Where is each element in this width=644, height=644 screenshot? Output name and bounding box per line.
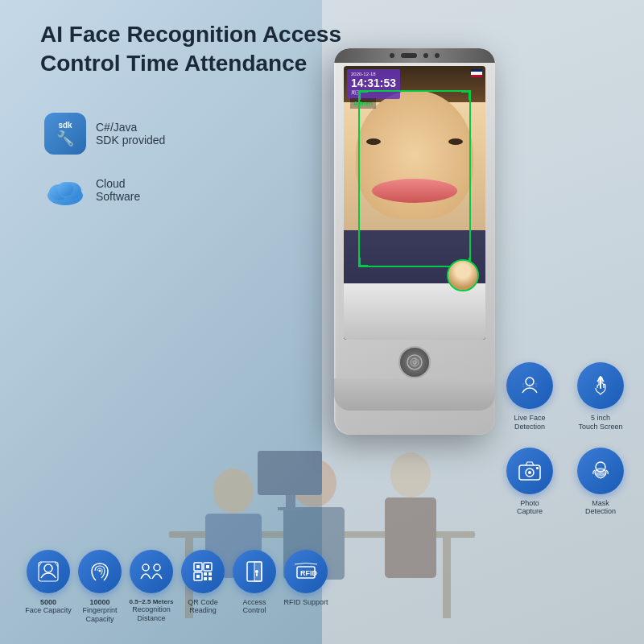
title-line1: AI Face Recognition Access <box>40 20 341 49</box>
svg-rect-29 <box>196 575 200 578</box>
device-body: 2020-12-18 14:31:53 周三 Aileen <box>334 48 495 435</box>
corner-bl <box>358 258 368 267</box>
screen-time: 14:31:53 <box>351 76 396 89</box>
photo-capture-label: Photo Capture <box>517 499 543 517</box>
sdk-line1: C#/Java <box>96 121 165 134</box>
wrench-icon: 🔧 <box>56 130 74 147</box>
svg-point-45 <box>528 471 531 474</box>
cloud-description: Cloud Software <box>96 177 140 203</box>
features-right-grid: Live Face Detection 5 inch Touch Screen <box>506 362 624 516</box>
face-recognition-device: 2020-12-18 14:31:53 周三 Aileen <box>334 48 495 435</box>
sensor-right <box>423 53 428 58</box>
mask-detection-text1: Mask <box>585 499 616 508</box>
distance-label: 0.5~2.5 Meters Recognition Distance <box>127 598 175 623</box>
distance-text: Recognition Distance <box>127 605 175 623</box>
sdk-line2: SDK provided <box>96 134 165 147</box>
svg-point-18 <box>413 361 416 364</box>
photo-capture-text2: Capture <box>517 507 543 516</box>
feature-fingerprint: 10000 Fingerprint Capacity <box>76 550 124 624</box>
qr-icon <box>181 550 225 593</box>
feature-face-capacity: 5000 Face Capacity <box>24 550 72 624</box>
svg-point-40 <box>526 378 534 386</box>
face-capacity-label: 5000 Face Capacity <box>25 598 72 616</box>
photo-capture-text1: Photo <box>517 499 543 508</box>
fingerprint-icon <box>78 550 122 593</box>
distance-icon <box>130 550 173 593</box>
svg-rect-37 <box>256 573 258 576</box>
rfid-label: RFID Support <box>283 598 328 607</box>
feature-live-face: Live Face Detection <box>506 362 553 431</box>
face-capacity-number: 5000 <box>25 598 72 607</box>
device-top-bar <box>334 48 495 63</box>
title-line2: Control Time Attendance <box>40 49 341 78</box>
sdk-section: sdk 🔧 C#/Java SDK provided <box>44 113 165 155</box>
live-face-icon <box>506 362 553 409</box>
touch-screen-label: 5 inch Touch Screen <box>578 414 622 431</box>
photo-capture-icon <box>506 448 553 494</box>
sdk-badge-text: sdk <box>58 121 72 130</box>
rfid-text: RFID Support <box>283 598 328 607</box>
mask-detection-label: Mask Detection <box>585 499 616 517</box>
screen-inner: 2020-12-18 14:31:53 周三 Aileen <box>344 66 485 340</box>
touch-screen-icon <box>577 362 624 409</box>
live-face-label: Live Face Detection <box>514 414 545 431</box>
fingerprint-text: Fingerprint Capacity <box>76 606 124 624</box>
device-screen: 2020-12-18 14:31:53 周三 Aileen <box>344 66 485 340</box>
feature-photo-capture: Photo Capture <box>506 448 553 517</box>
profile-thumbnail <box>447 259 479 291</box>
feature-mask-detection: Mask Detection <box>577 448 624 517</box>
svg-point-21 <box>99 569 101 572</box>
sensor-center <box>401 53 417 58</box>
page-title: AI Face Recognition Access Control Time … <box>40 20 341 79</box>
access-label: Access Control <box>230 598 279 616</box>
fingerprint-sensor-area <box>334 346 495 378</box>
svg-rect-31 <box>208 572 212 576</box>
corner-tr <box>461 90 471 100</box>
touch-screen-text2: Touch Screen <box>578 423 622 431</box>
access-icon <box>233 550 276 593</box>
svg-rect-27 <box>206 565 209 568</box>
svg-rect-30 <box>204 572 207 576</box>
face-capacity-icon <box>27 550 70 593</box>
svg-rect-32 <box>204 577 207 580</box>
sdk-description: C#/Java SDK provided <box>96 121 165 147</box>
features-left-grid: 5000 Face Capacity 10000 Fingerprint Cap… <box>24 550 330 624</box>
cloud-icon <box>44 169 86 211</box>
svg-point-16 <box>407 355 422 369</box>
rfid-icon: RFID <box>284 550 328 593</box>
feature-distance: 0.5~2.5 Meters Recognition Distance <box>127 550 175 624</box>
cloud-line2: Software <box>96 190 140 203</box>
sdk-badge: sdk 🔧 <box>44 113 86 155</box>
svg-point-15 <box>57 182 73 196</box>
device-bottom <box>334 378 495 411</box>
live-face-text1: Live Face <box>514 414 545 423</box>
svg-text:RFID: RFID <box>300 569 317 577</box>
fingerprint-button[interactable] <box>398 346 431 378</box>
svg-point-19 <box>44 564 52 572</box>
live-face-text2: Detection <box>514 423 545 431</box>
sensor-far-right <box>435 53 440 58</box>
corner-tl <box>358 90 368 100</box>
svg-rect-33 <box>208 577 212 580</box>
face-capacity-text: Face Capacity <box>25 606 72 615</box>
svg-rect-25 <box>196 565 200 568</box>
cloud-section: Cloud Software <box>44 169 140 211</box>
cloud-line1: Cloud <box>96 177 140 190</box>
flag-icon <box>471 69 482 77</box>
qr-label: QR Code Reading <box>179 598 227 616</box>
feature-access: Access Control <box>230 550 279 624</box>
feature-qr: QR Code Reading <box>179 550 227 624</box>
mask-detection-text2: Detection <box>585 507 616 516</box>
svg-point-22 <box>142 564 149 571</box>
feature-touch-screen: 5 inch Touch Screen <box>577 362 624 431</box>
feature-rfid: RFID RFID Support <box>282 550 330 624</box>
access-text: Access Control <box>230 598 279 616</box>
svg-rect-46 <box>536 467 539 469</box>
main-content: AI Face Recognition Access Control Time … <box>0 0 644 644</box>
svg-point-36 <box>255 570 258 573</box>
sensor-left <box>390 53 394 58</box>
fingerprint-number: 10000 <box>76 598 124 607</box>
touch-screen-text1: 5 inch <box>578 414 622 423</box>
qr-text: QR Code Reading <box>179 598 227 616</box>
distance-number: 0.5~2.5 Meters <box>127 598 175 606</box>
